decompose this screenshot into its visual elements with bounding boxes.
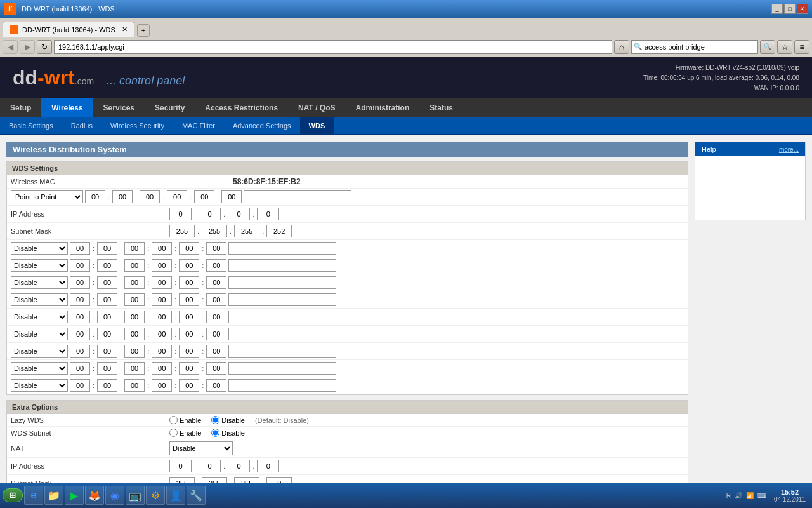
mac-7-4[interactable]	[152, 345, 172, 358]
nav-services[interactable]: Services	[93, 98, 145, 117]
mode-select-8[interactable]: Disable Point to Point Point to Multipoi…	[11, 362, 68, 375]
mode-select-6[interactable]: Disable Point to Point Point to Multipoi…	[11, 328, 68, 340]
nav-security[interactable]: Security	[145, 98, 195, 117]
mac-7-2[interactable]	[97, 345, 117, 358]
forward-button[interactable]: ▶	[20, 40, 35, 54]
extra-field-2[interactable]	[228, 259, 336, 272]
mac-3-1[interactable]	[70, 276, 90, 289]
extra-ip-2[interactable]	[199, 460, 221, 472]
extra-field-8[interactable]	[228, 362, 336, 375]
extra-ip-1[interactable]	[169, 460, 192, 472]
menu-button[interactable]: ≡	[794, 40, 809, 54]
mac-0-2[interactable]	[112, 190, 133, 203]
mac-2-3[interactable]	[124, 259, 145, 272]
mac-2-5[interactable]	[179, 259, 199, 272]
extra-ip-3[interactable]	[228, 460, 250, 472]
extra-field-9[interactable]	[228, 379, 336, 392]
extra-field-5[interactable]	[228, 311, 336, 323]
subnav-basic-settings[interactable]: Basic Settings	[0, 117, 62, 134]
mode-select-2[interactable]: Disable Point to Point Point to Multipoi…	[11, 259, 68, 272]
mac-4-2[interactable]	[97, 293, 117, 306]
mac-7-3[interactable]	[124, 345, 145, 358]
mode-select-5[interactable]: Disable Point to Point Point to Multipoi…	[11, 311, 68, 323]
mac-3-6[interactable]	[206, 276, 226, 289]
extra-field-1[interactable]	[228, 242, 336, 255]
mode-select-4[interactable]: Disable Point to Point Point to Multipoi…	[11, 293, 68, 306]
extra-ip-4[interactable]	[257, 460, 279, 472]
mac-2-6[interactable]	[206, 259, 226, 272]
ip-1[interactable]	[169, 208, 192, 220]
mac-1-5[interactable]	[179, 242, 199, 255]
mac-8-5[interactable]	[179, 362, 199, 375]
mac-8-4[interactable]	[152, 362, 172, 375]
wds-subnet-disable-radio[interactable]	[211, 429, 219, 437]
mac-0-4[interactable]	[167, 190, 187, 203]
mac-5-2[interactable]	[97, 311, 117, 323]
mac-7-6[interactable]	[206, 345, 226, 358]
mac-5-1[interactable]	[70, 311, 90, 323]
nav-wireless[interactable]: Wireless	[41, 98, 93, 117]
subnav-radius[interactable]: Radius	[62, 117, 102, 134]
mac-8-6[interactable]	[206, 362, 226, 375]
mode-select-9[interactable]: Disable Point to Point Point to Multipoi…	[11, 379, 68, 392]
home-button[interactable]: ⌂	[614, 40, 629, 54]
mac-9-4[interactable]	[152, 379, 172, 392]
taskbar-chrome-icon[interactable]: ◉	[105, 486, 124, 505]
nav-setup[interactable]: Setup	[0, 98, 41, 117]
mac-1-1[interactable]	[70, 242, 90, 255]
extra-field-6[interactable]	[228, 328, 336, 340]
wds-subnet-enable-radio[interactable]	[169, 429, 178, 437]
subnav-mac-filter[interactable]: MAC Filter	[173, 117, 224, 134]
subnet-3[interactable]	[234, 225, 259, 237]
mac-9-1[interactable]	[70, 379, 90, 392]
reload-button[interactable]: ↻	[37, 40, 52, 54]
close-button[interactable]: ✕	[797, 4, 808, 14]
zoom-button[interactable]: 🔍	[760, 40, 775, 54]
help-more-button[interactable]: more...	[779, 146, 799, 153]
mac-8-1[interactable]	[70, 362, 90, 375]
start-button[interactable]: ⊞	[3, 488, 23, 502]
mac-6-3[interactable]	[124, 328, 145, 340]
mac-1-3[interactable]	[124, 242, 145, 255]
mac-7-1[interactable]	[70, 345, 90, 358]
nat-select[interactable]: Disable Enable	[169, 441, 233, 455]
mac-9-5[interactable]	[179, 379, 199, 392]
mode-select-0[interactable]: Disable Point to Point Point to Multipoi…	[11, 190, 83, 203]
mac-4-5[interactable]	[179, 293, 199, 306]
mac-6-4[interactable]	[152, 328, 172, 340]
subnav-wds[interactable]: WDS	[300, 117, 334, 134]
mac-1-4[interactable]	[152, 242, 172, 255]
extra-field-4[interactable]	[228, 293, 336, 306]
mac-9-2[interactable]	[97, 379, 117, 392]
ip-2[interactable]	[199, 208, 221, 220]
extra-field-0[interactable]	[244, 190, 351, 203]
mac-0-3[interactable]	[140, 190, 160, 203]
tab-close-icon[interactable]: ✕	[122, 25, 128, 34]
search-input[interactable]	[631, 40, 758, 54]
taskbar-ie-icon[interactable]: e	[24, 486, 43, 505]
nav-nat-qos[interactable]: NAT / QoS	[288, 98, 345, 117]
mac-0-5[interactable]	[194, 190, 214, 203]
mac-6-6[interactable]	[206, 328, 226, 340]
nav-access-restrictions[interactable]: Access Restrictions	[195, 98, 288, 117]
mac-0-1[interactable]	[85, 190, 105, 203]
taskbar-clock[interactable]: 15:52 04.12.2011	[770, 488, 809, 503]
wds-subnet-disable-label[interactable]: Disable	[211, 429, 245, 437]
back-button[interactable]: ◀	[3, 40, 18, 54]
mac-4-1[interactable]	[70, 293, 90, 306]
mac-1-6[interactable]	[206, 242, 226, 255]
mac-8-2[interactable]	[97, 362, 117, 375]
mode-select-3[interactable]: Disable Point to Point Point to Multipoi…	[11, 276, 68, 289]
ip-4[interactable]	[257, 208, 279, 220]
taskbar-settings-icon[interactable]: 🔧	[187, 486, 206, 505]
new-tab-button[interactable]: +	[137, 24, 150, 37]
nav-administration[interactable]: Administration	[346, 98, 420, 117]
subnet-2[interactable]	[202, 225, 227, 237]
taskbar-user-icon[interactable]: 👤	[166, 486, 185, 505]
ip-3[interactable]	[228, 208, 250, 220]
active-tab[interactable]: DD-WRT (build 13064) - WDS ✕	[3, 22, 134, 37]
mac-5-3[interactable]	[124, 311, 145, 323]
lazy-wds-disable-label[interactable]: Disable	[211, 416, 245, 424]
mac-4-6[interactable]	[206, 293, 226, 306]
mac-6-5[interactable]	[179, 328, 199, 340]
